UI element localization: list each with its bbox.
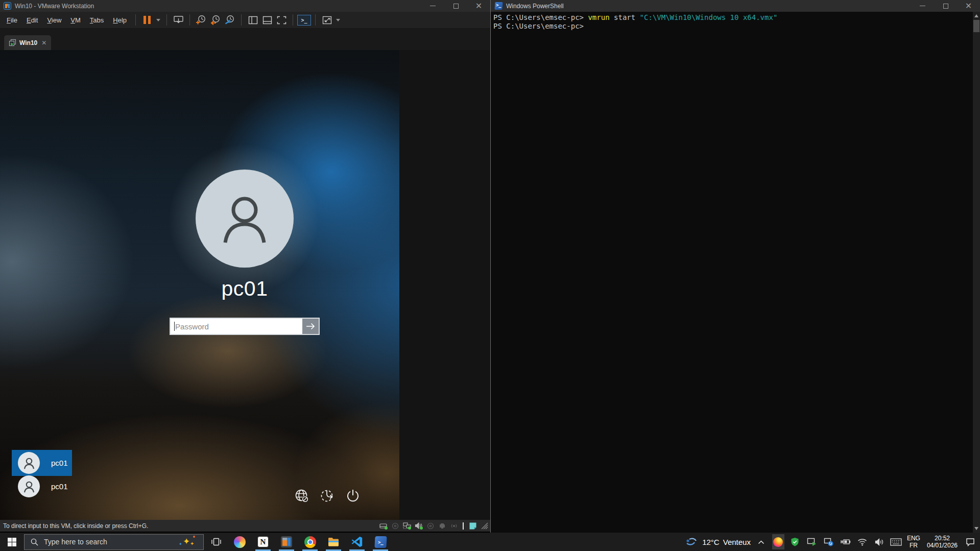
maximize-button[interactable]: [934, 0, 957, 12]
battery-plug-icon: [840, 538, 851, 545]
taskbar-app-file-explorer[interactable]: [322, 533, 345, 551]
taskbar-app-vscode[interactable]: [345, 533, 369, 551]
signal-icon[interactable]: [449, 522, 458, 530]
clock[interactable]: 20:52 04/01/2026: [927, 535, 958, 549]
user-list-item-selected[interactable]: pc01: [12, 450, 72, 476]
toolbar-separator: [135, 14, 136, 26]
take-snapshot-button[interactable]: [194, 13, 208, 27]
tray-volume[interactable]: [873, 534, 886, 549]
vmware-window: Win10 - VMware Workstation ✕ File Edit V…: [0, 0, 490, 532]
menu-view[interactable]: View: [42, 14, 66, 26]
vm-display-login-screen[interactable]: pc01 Password pc01: [0, 50, 399, 520]
vm-running-icon: [9, 39, 16, 46]
scrollbar[interactable]: [973, 12, 980, 533]
sound-icon[interactable]: [414, 522, 423, 530]
toolbar-separator: [166, 14, 167, 26]
tray-touch-keyboard[interactable]: [890, 534, 902, 549]
fit-dropdown-caret-icon[interactable]: [336, 19, 340, 21]
show-hidden-icons-button[interactable]: [755, 534, 768, 549]
taskbar-app-notion[interactable]: N: [251, 533, 275, 551]
password-input[interactable]: Password: [171, 319, 302, 334]
tray-cast[interactable]: [806, 534, 818, 549]
manage-snapshots-button[interactable]: [223, 13, 237, 27]
fullscreen-button[interactable]: [274, 13, 289, 27]
tray-sync[interactable]: [823, 534, 835, 549]
taskbar-app-copilot[interactable]: [228, 533, 251, 551]
tab-close-icon[interactable]: ✕: [41, 39, 46, 46]
power-button[interactable]: [345, 487, 361, 505]
ease-of-access-button[interactable]: [320, 487, 335, 505]
weather-temperature[interactable]: 12°C: [702, 538, 720, 546]
language-indicator[interactable]: ENG FR: [907, 535, 920, 549]
start-button[interactable]: [0, 533, 23, 551]
send-ctrl-alt-del-button[interactable]: [171, 13, 185, 27]
tab-label: Win10: [19, 39, 37, 46]
language-secondary: FR: [910, 542, 918, 549]
search-placeholder: Type here to search: [44, 538, 107, 546]
vmware-tabbar: Win10 ✕: [0, 29, 490, 50]
argument-text: start: [610, 13, 640, 21]
power-dropdown-caret-icon[interactable]: [156, 19, 160, 21]
revert-snapshot-button[interactable]: [208, 13, 223, 27]
task-view-button[interactable]: [204, 533, 228, 551]
usb-device-icon[interactable]: [438, 522, 446, 530]
minimize-button[interactable]: [421, 0, 444, 12]
fit-guest-button[interactable]: [320, 13, 334, 27]
close-button[interactable]: ✕: [467, 0, 490, 12]
prompt-text: PS C:\Users\emsec-pc>: [493, 22, 584, 30]
action-center-icon: [966, 538, 975, 546]
message-log-icon[interactable]: [468, 522, 477, 530]
hard-disk-icon[interactable]: [379, 522, 388, 530]
user-name: pc01: [51, 459, 68, 467]
network-adapter-icon[interactable]: [402, 522, 411, 530]
cd-rom-icon[interactable]: [391, 522, 399, 530]
vmware-logo-icon: [4, 2, 11, 10]
search-input[interactable]: Type here to search ✦ ✦ ✦: [24, 534, 204, 550]
search-highlights-icon: ✦ ✦ ✦: [179, 536, 196, 549]
globe-no-internet-icon: [294, 488, 309, 504]
tray-firefox[interactable]: [772, 534, 784, 549]
text-caret: [174, 322, 175, 331]
windows-taskbar: Type here to search ✦ ✦ ✦ N: [0, 533, 980, 551]
menu-vm[interactable]: VM: [66, 14, 85, 26]
command-text: vmrun: [588, 13, 609, 21]
console-view-button[interactable]: >_: [297, 15, 311, 26]
menu-tabs[interactable]: Tabs: [85, 14, 108, 26]
scrollbar-thumb[interactable]: [973, 20, 979, 32]
weather-condition[interactable]: Venteux: [723, 538, 751, 546]
action-center-button[interactable]: [964, 534, 976, 549]
tray-battery[interactable]: [840, 534, 852, 549]
network-status-button[interactable]: [294, 487, 309, 505]
tab-win10[interactable]: Win10 ✕: [4, 35, 51, 50]
toolbar-separator: [293, 14, 293, 26]
taskbar-app-powershell[interactable]: >_: [369, 533, 392, 551]
menu-help[interactable]: Help: [108, 14, 131, 26]
menu-edit[interactable]: Edit: [22, 14, 42, 26]
submit-password-button[interactable]: [302, 319, 319, 334]
console-output: PS C:\Users\emsec-pc> vmrun start "C:\VM…: [491, 12, 973, 533]
person-icon: [22, 480, 36, 493]
weather-icon[interactable]: [685, 534, 698, 549]
scroll-up-icon[interactable]: [974, 14, 978, 17]
user-avatar-small: [18, 452, 40, 474]
user-avatar: [196, 170, 294, 268]
taskbar-app-chrome[interactable]: [298, 533, 322, 551]
show-thumbnail-bar-button[interactable]: [260, 13, 274, 27]
copilot-icon: [234, 536, 246, 548]
manage-snapshots-icon: [224, 15, 235, 25]
window-title: Win10 - VMware Workstation: [15, 3, 94, 10]
show-library-button[interactable]: [246, 13, 260, 27]
taskbar-app-vmware[interactable]: [275, 533, 298, 551]
maximize-button[interactable]: [444, 0, 467, 12]
scroll-down-icon[interactable]: [974, 527, 978, 530]
close-button[interactable]: ✕: [957, 0, 980, 12]
user-list-item[interactable]: pc01: [12, 473, 72, 499]
resize-grip[interactable]: [481, 522, 488, 530]
menu-file[interactable]: File: [2, 14, 22, 26]
tray-windows-security[interactable]: [789, 534, 801, 549]
cast-play-icon: [807, 538, 817, 546]
cd-rom2-icon[interactable]: [426, 522, 435, 530]
minimize-button[interactable]: [911, 0, 934, 12]
tray-wifi[interactable]: [856, 534, 869, 549]
suspend-vm-button[interactable]: [140, 13, 154, 27]
